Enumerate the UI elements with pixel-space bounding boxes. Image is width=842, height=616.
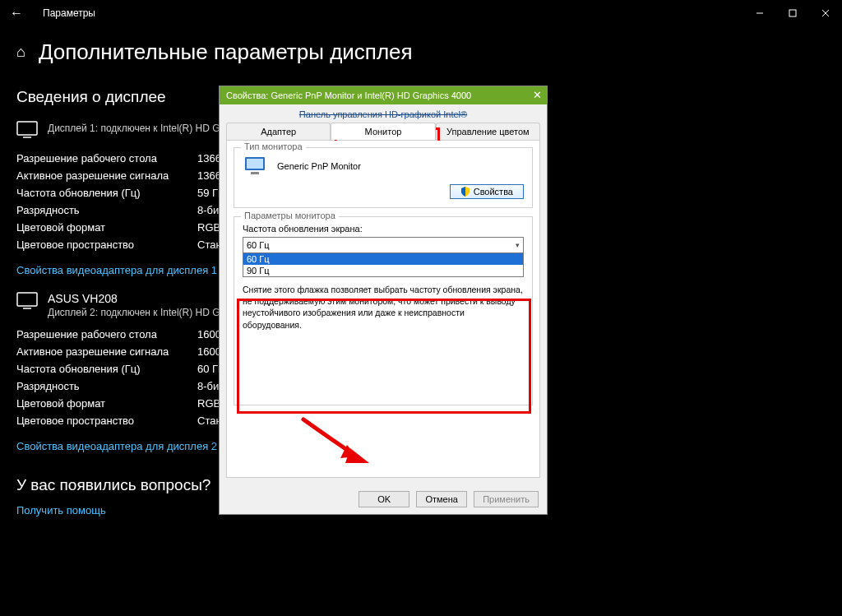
apply-button[interactable]: Применить <box>474 491 539 507</box>
monitor-icon <box>16 292 38 313</box>
dialog-title-text: Свойства: Generic PnP Monitor и Intel(R)… <box>226 90 471 100</box>
chevron-down-icon: ▾ <box>516 241 520 249</box>
dialog-titlebar[interactable]: Свойства: Generic PnP Monitor и Intel(R)… <box>220 86 547 104</box>
ok-button[interactable]: OK <box>359 491 409 507</box>
monitor-type-group: Тип монитора Generic PnP Monitor Свойств… <box>234 147 533 208</box>
get-help-link[interactable]: Получить помощь <box>16 504 106 516</box>
svg-marker-12 <box>345 448 369 463</box>
tab-monitor[interactable]: Монитор <box>331 123 435 140</box>
home-icon[interactable]: ⌂ <box>16 44 25 61</box>
window-titlebar: ← Параметры <box>0 0 842 26</box>
svg-marker-11 <box>340 445 357 458</box>
minimize-button[interactable] <box>743 0 776 26</box>
refresh-rate-warning-text: Снятие этого флажка позволяет выбрать ча… <box>243 284 524 331</box>
monitor-name: Generic PnP Monitor <box>277 161 361 171</box>
monitor-small-icon <box>243 155 269 178</box>
refresh-rate-options-list: 60 Гц 90 Гц <box>243 253 524 277</box>
window-caption: Параметры <box>43 7 95 19</box>
annotation-arrow <box>299 415 382 475</box>
monitor-params-label: Параметры монитора <box>241 211 339 220</box>
refresh-rate-label: Частота обновления экрана: <box>243 224 524 234</box>
refresh-rate-option[interactable]: 60 Гц <box>243 253 523 265</box>
dialog-tabs-row: Панель управления HD-графикой Intel® Ада… <box>220 104 547 141</box>
refresh-rate-selected: 60 Гц <box>247 240 270 250</box>
svg-rect-1 <box>789 10 796 16</box>
svg-rect-6 <box>17 293 37 306</box>
intel-panel-text: Панель управления HD-графикой Intel® <box>220 109 547 119</box>
dialog-buttons-row: OK Отмена Применить <box>220 484 547 514</box>
dialog-body: Тип монитора Generic PnP Monitor Свойств… <box>226 141 540 478</box>
back-button[interactable]: ← <box>0 6 33 21</box>
monitor-params-group: Параметры монитора Частота обновления эк… <box>234 216 533 405</box>
adapter-props-link-1[interactable]: Свойства видеоадаптера для дисплея 1 <box>16 264 217 276</box>
refresh-rate-option[interactable]: 90 Гц <box>243 265 523 276</box>
monitor-properties-button[interactable]: Свойства <box>450 184 524 199</box>
monitor-type-label: Тип монитора <box>241 141 306 151</box>
refresh-rate-dropdown[interactable]: 60 Гц ▾ <box>243 237 524 253</box>
svg-rect-10 <box>251 172 259 174</box>
monitor-properties-dialog: Свойства: Generic PnP Monitor и Intel(R)… <box>219 86 548 515</box>
close-button[interactable] <box>809 0 842 26</box>
tab-adapter[interactable]: Адаптер <box>226 123 331 140</box>
monitor-icon <box>16 121 38 142</box>
tab-color[interactable]: Управление цветом <box>436 123 540 140</box>
dialog-close-button[interactable]: ✕ <box>533 89 542 101</box>
svg-rect-9 <box>247 159 263 169</box>
maximize-button[interactable] <box>776 0 809 26</box>
page-title: Дополнительные параметры дисплея <box>39 39 413 65</box>
svg-rect-4 <box>17 122 37 135</box>
cancel-button[interactable]: Отмена <box>416 491 467 507</box>
adapter-props-link-2[interactable]: Свойства видеоадаптера для дисплея 2 <box>16 440 217 452</box>
shield-icon <box>460 187 470 197</box>
